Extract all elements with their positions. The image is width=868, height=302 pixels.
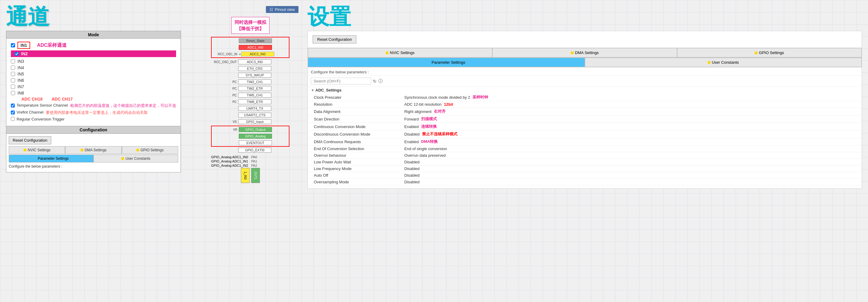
param-value-discontinuous: Disabled [404, 132, 420, 137]
nvic-dot [24, 148, 27, 152]
param-row-eoc: End Of Conversion Selection End of singl… [308, 145, 862, 152]
trigger-row: Regular Conversion Trigger [11, 117, 176, 121]
search-info-button[interactable]: ⓘ [378, 79, 382, 84]
pin-eventout: EVENTOUT [212, 139, 289, 146]
channel-row-in7: IN7 [11, 84, 176, 89]
in5-checkbox[interactable] [11, 72, 15, 76]
in2-label: IN2 [21, 51, 28, 56]
chip-tim2-ch1: TIM2_CH1 [238, 79, 271, 84]
gpio-label-2: GPIO_Analog ADC1_IN1 PA1 [211, 160, 289, 163]
param-name-lpaw: Low Power Auto Wait [314, 160, 404, 164]
chip-eth-crs: ETH_CRS [238, 66, 271, 71]
right-tab-gpio[interactable]: GPIO Settings [677, 48, 862, 57]
dma-label: DMA Settings [85, 148, 107, 152]
param-name-lfm: Low Frequency Mode [314, 166, 404, 171]
gpio-dot [136, 148, 139, 152]
channel-row-in3: IN3 [11, 59, 176, 64]
right-nvic-dot [385, 51, 389, 54]
param-row-lfm: Low Frequency Mode Disabled [308, 165, 862, 172]
in7-label: IN7 [18, 84, 24, 89]
in7-checkbox[interactable] [11, 85, 15, 89]
param-row-auto-off: Auto Off Disabled [308, 172, 862, 179]
settings-panel: Reset Configuration NVIC Settings DMA Se… [308, 31, 862, 189]
right-tab-dma[interactable]: DMA Settings [492, 48, 677, 57]
in6-checkbox[interactable] [11, 78, 15, 82]
right-params-label: Parameter Settings [432, 60, 465, 65]
adc-ch18-label: ADC CH18 [22, 97, 42, 102]
left-tab-user-constants[interactable]: User Constants [93, 155, 178, 163]
pin-usart2-cts: USART2_CTS [211, 112, 289, 118]
in8-checkbox[interactable] [11, 91, 15, 95]
param-annotation-resolution: 12bit [444, 102, 453, 107]
left-reset-button[interactable]: Reset Configuration [9, 136, 51, 144]
left-tabs-row2: Parameter Settings User Constants [9, 155, 178, 163]
param-value-alignment: Right alignment [404, 109, 431, 114]
param-row-resolution: Resolution ADC 12-bit resolution 12bit [308, 101, 862, 108]
left-title: 通道 [6, 6, 193, 28]
right-section: 设置 Reset Configuration NVIC Settings DMA… [308, 6, 862, 189]
param-annotation-continuous: 连续转换 [421, 124, 437, 129]
pin-gpio-exti0: GPIO_EXTI0 [211, 147, 289, 154]
right-reset-button[interactable]: Reset Configuration [313, 35, 356, 44]
pinout-header: ☷ Pinout view [266, 6, 299, 13]
channel-row-in2: IN2 [11, 50, 176, 57]
param-name-oversampling: Oversampling Mode [314, 180, 404, 184]
in8-label: IN8 [18, 90, 24, 95]
chip-gpio-analog: GPIO_Analog [239, 134, 272, 139]
chip-adc1-in0: ADC1_IN0 [239, 45, 272, 50]
right-gpio-label: GPIO Settings [759, 50, 784, 55]
chip-usart2-cts: USART2_CTS [238, 113, 271, 117]
param-name-overrun: Overrun behaviour [314, 153, 404, 158]
collapse-icon[interactable]: ▼ [311, 88, 314, 92]
in2-checkbox[interactable] [15, 52, 19, 56]
in3-label: IN3 [18, 59, 24, 64]
left-tab-params[interactable]: Parameter Settings [9, 155, 93, 163]
channel-row-in1: IN1 ADC采样通道 [11, 42, 176, 49]
left-tab-dma[interactable]: DMA Settings [65, 146, 122, 154]
in5-label: IN5 [18, 72, 24, 76]
plus-icon: + [239, 52, 241, 56]
param-value-clock: Synchronous clock mode divided by 2 [404, 95, 470, 100]
temp-sensor-checkbox[interactable] [11, 104, 15, 108]
search-input[interactable] [311, 78, 371, 85]
vref-note: 要使用内部参考电压这里一定要选上，生成代码会自动关取 [46, 110, 148, 115]
param-annotation-discontinuous: 禁止不连续采样模式 [422, 131, 457, 137]
param-name-auto-off: Auto Off [314, 173, 404, 177]
left-tab-nvic[interactable]: NVIC Settings [9, 146, 65, 154]
in1-checkbox[interactable] [11, 43, 15, 48]
right-tab-nvic[interactable]: NVIC Settings [308, 48, 492, 57]
left-tab-gpio[interactable]: GPIO Settings [122, 146, 178, 154]
trigger-label: Regular Conversion Trigger [17, 117, 64, 121]
param-name-resolution: Resolution [314, 102, 404, 107]
trigger-checkbox[interactable] [11, 117, 15, 121]
param-row-continuous: Continuous Conversion Mode Enabled 连续转换 [308, 123, 862, 131]
param-value-lfm: Disabled [404, 166, 420, 171]
pinout-view-container: Reset_State ADC1_IN0 RCC_OSC_IN + ADC2_I… [211, 37, 289, 183]
in4-checkbox[interactable] [11, 65, 15, 70]
right-tab-user-constants[interactable]: User Constants [585, 58, 862, 67]
right-dma-label: DMA Settings [575, 50, 599, 55]
chip-gpio-input: GPIO_Input [238, 119, 271, 124]
pin-gpio-input: VS GPIO_Input [211, 118, 289, 125]
param-name-clock: Clock Prescaler [314, 95, 404, 100]
left-tabs-row1: NVIC Settings DMA Settings GPIO Settings [9, 146, 178, 154]
in3-checkbox[interactable] [11, 59, 15, 63]
params-label: Parameter Settings [38, 157, 69, 161]
param-value-oversampling: Disabled [404, 180, 420, 184]
small-chip-out1: OUT1 [251, 168, 260, 183]
left-configure-text: Configure the below parameters : [9, 163, 178, 170]
chip-reset-state: Reset_State [239, 38, 272, 43]
right-dma-dot [571, 51, 574, 54]
right-tab-params[interactable]: Parameter Settings [308, 58, 585, 67]
params-table: ▼ ADC_Settings Clock Prescaler Synchrono… [308, 87, 862, 188]
param-annotation-scan: 扫描模式 [421, 116, 437, 122]
search-refresh-button[interactable]: ↻ [373, 79, 377, 84]
gpio-label-3: GPIO_Analog ADC1_IN2 PA2 [211, 164, 289, 167]
pin-gpio-output: VR GPIO_Output [212, 126, 289, 133]
param-name-eoc: End Of Conversion Selection [314, 146, 404, 151]
param-value-dma: Enabled [404, 139, 419, 144]
vref-checkbox[interactable] [11, 111, 15, 114]
param-name-dma: DMA Continuous Requests [314, 139, 404, 144]
gpio-label-text-1: GPIO_Analog ADC1_IN0 [211, 155, 248, 159]
right-nvic-label: NVIC Settings [390, 50, 414, 55]
